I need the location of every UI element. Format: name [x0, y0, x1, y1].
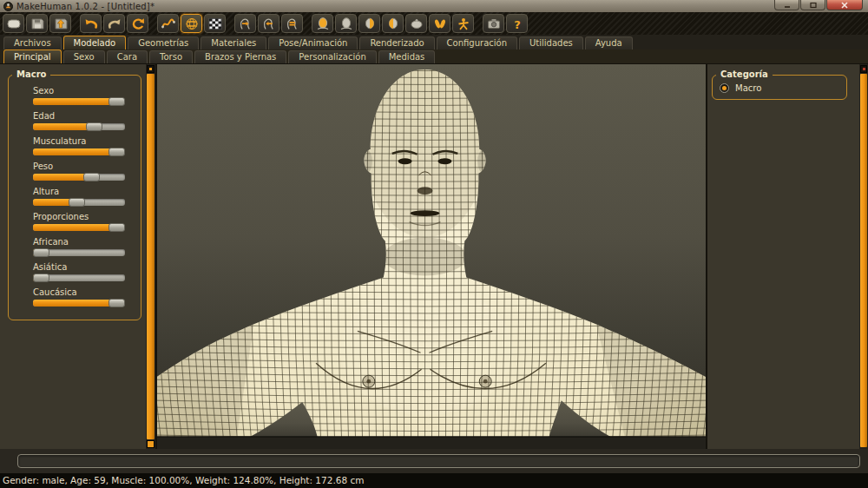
main-tab[interactable]: Ayuda	[585, 36, 633, 49]
slider-fill	[33, 148, 117, 155]
slider-handle[interactable]	[108, 97, 125, 106]
slider-label: Asiática	[33, 262, 130, 272]
undo-button[interactable]	[80, 14, 102, 33]
main-tab[interactable]: Utilidades	[519, 36, 583, 49]
scrollbar-thumb[interactable]	[860, 74, 867, 447]
right-panel-scrollbar[interactable]	[859, 64, 868, 449]
slider-handle[interactable]	[86, 122, 102, 131]
close-icon	[840, 2, 849, 9]
right-view-icon	[362, 17, 378, 30]
progress-bar	[17, 454, 860, 468]
toolbar: ?	[0, 12, 868, 35]
macro-group-title: Macro	[12, 69, 50, 79]
main-tab[interactable]: Modelado	[63, 36, 127, 49]
slider-track[interactable]	[33, 224, 125, 231]
status-bar: Gender: male, Age: 59, Muscle: 100.00%, …	[0, 473, 868, 488]
slider-handle[interactable]	[108, 148, 125, 156]
category-option[interactable]: Macro	[720, 83, 839, 93]
slider-track[interactable]	[33, 123, 125, 130]
main-tab[interactable]: Geometrías	[128, 36, 199, 49]
load-icon	[53, 17, 69, 30]
slider-label: Sexo	[33, 86, 130, 96]
slider-handle[interactable]	[83, 173, 100, 181]
undo-arrow-icon	[83, 17, 99, 30]
slider-label: Altura	[33, 187, 130, 196]
main-area: Macro Sexo Edad	[0, 64, 868, 449]
scroll-down-button[interactable]	[147, 440, 155, 448]
sub-tab[interactable]: Torso	[149, 50, 193, 63]
slider-handle[interactable]	[108, 223, 125, 232]
left-view-icon	[385, 17, 401, 30]
rotate-reset-button[interactable]	[281, 14, 303, 33]
right-view-button[interactable]	[358, 14, 380, 33]
macro-slider: Altura	[33, 187, 130, 206]
main-tab[interactable]: Pose/Animación	[268, 36, 358, 49]
main-tab[interactable]: Materiales	[201, 36, 266, 49]
rotate-left-button[interactable]	[258, 14, 279, 33]
load-button[interactable]	[49, 14, 71, 33]
help-button[interactable]: ?	[506, 14, 528, 33]
front-view-button[interactable]	[312, 14, 333, 33]
redo-button[interactable]	[103, 14, 125, 33]
modifiers-panel: Macro Sexo Edad	[0, 64, 146, 449]
reload-button[interactable]	[127, 14, 148, 33]
slider-track[interactable]	[33, 300, 125, 307]
slider-handle[interactable]	[33, 248, 49, 257]
global-view-button[interactable]	[452, 14, 474, 33]
head-rotate-right-icon	[238, 17, 253, 30]
wireframe-button[interactable]	[181, 14, 202, 33]
background-button[interactable]	[204, 14, 226, 33]
slider-label: Africana	[33, 237, 130, 247]
maximize-button[interactable]	[800, 0, 825, 10]
save-button[interactable]	[26, 14, 48, 33]
grab-screenshot-button[interactable]	[483, 14, 504, 33]
slider-handle[interactable]	[33, 274, 49, 282]
slider-track[interactable]	[33, 249, 125, 256]
minimize-icon	[783, 2, 792, 9]
category-group-title: Categoría	[716, 69, 773, 79]
question-mark-icon: ?	[510, 17, 525, 30]
window-title: MakeHuman 1.0.2 - [Untitled]*	[16, 2, 155, 11]
slider-track[interactable]	[33, 274, 125, 281]
back-view-button[interactable]	[335, 14, 357, 33]
left-panel-scrollbar[interactable]	[146, 64, 155, 449]
slider-track[interactable]	[33, 98, 125, 105]
sub-tab[interactable]: Cara	[107, 50, 148, 63]
top-view-button[interactable]	[405, 14, 427, 33]
scroll-up-button[interactable]	[860, 65, 867, 73]
smooth-button[interactable]	[157, 14, 179, 33]
main-tab[interactable]: Configuración	[437, 36, 517, 49]
rotate-right-button[interactable]	[234, 14, 256, 33]
slider-label: Peso	[33, 162, 130, 171]
svg-text:?: ?	[514, 17, 521, 30]
new-button[interactable]	[3, 14, 24, 33]
category-option-list: Macro	[720, 83, 839, 93]
slider-handle[interactable]	[108, 299, 125, 307]
sub-tab[interactable]: Personalización	[288, 50, 376, 63]
scroll-arrow-icon	[863, 68, 865, 70]
minimize-button[interactable]	[774, 0, 799, 10]
slider-handle[interactable]	[69, 198, 85, 207]
back-view-icon	[339, 17, 354, 30]
sub-tab[interactable]: Sexo	[63, 50, 105, 63]
slider-fill	[33, 300, 117, 307]
scroll-up-button[interactable]	[147, 65, 155, 73]
main-tab[interactable]: Archivos	[3, 36, 62, 49]
close-button[interactable]	[826, 0, 863, 10]
slider-fill	[33, 98, 117, 105]
save-icon	[30, 17, 45, 30]
3d-viewport[interactable]	[155, 64, 707, 449]
sub-tab[interactable]: Brazos y Piernas	[194, 50, 286, 63]
title-bar[interactable]: MakeHuman 1.0.2 - [Untitled]*	[0, 0, 868, 12]
sub-tab[interactable]: Medidas	[378, 50, 436, 63]
left-view-button[interactable]	[382, 14, 404, 33]
scrollbar-thumb[interactable]	[147, 74, 155, 439]
macro-slider: Musculatura	[33, 136, 130, 155]
slider-track[interactable]	[33, 174, 125, 181]
bottom-view-button[interactable]	[429, 14, 450, 33]
slider-track[interactable]	[33, 199, 125, 206]
slider-track[interactable]	[33, 148, 125, 155]
main-tab[interactable]: Renderizado	[359, 36, 434, 49]
checkerboard-icon	[207, 17, 223, 30]
sub-tab[interactable]: Principal	[3, 49, 62, 63]
